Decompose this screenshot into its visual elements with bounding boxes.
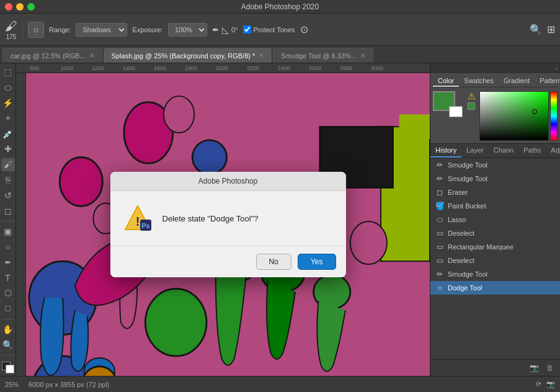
background-color[interactable] <box>449 106 463 117</box>
panel-collapse-bar[interactable]: › <box>430 63 560 73</box>
brush-preview[interactable]: ○ <box>28 22 44 38</box>
workspace-icon[interactable]: ⊞ <box>547 24 555 35</box>
close-button[interactable] <box>5 3 12 11</box>
left-tool-crop[interactable]: ⌖ <box>1 112 15 125</box>
history-snapshot-btn[interactable]: 📷 <box>528 362 540 373</box>
history-item-2[interactable]: ◻ Eraser <box>430 185 560 199</box>
left-tool-marquee[interactable]: ⬚ <box>1 66 15 79</box>
ruler-tick-1400: 1400 <box>122 65 153 71</box>
protect-tones-checkbox[interactable] <box>243 25 251 33</box>
deselect-icon-1: ▭ <box>435 256 444 265</box>
tab-splash-label: Splash.jpg @ 25% (Background copy, RGB/8… <box>112 52 256 60</box>
left-tool-eyedropper[interactable]: 💉 <box>1 127 15 140</box>
ruler-tick-1800: 1800 <box>184 65 215 71</box>
canvas-area: 800 1000 1200 1400 1600 1800 2000 2200 2… <box>16 63 430 376</box>
ruler-tick-1200: 1200 <box>91 65 122 71</box>
protect-tones-label[interactable]: Protect Tones <box>243 25 295 33</box>
tab-smudge[interactable]: Smudge Tool @ 8.33%... ✕ <box>273 48 373 63</box>
tab-smudge-close[interactable]: ✕ <box>360 52 365 59</box>
dialog-buttons: No Yes <box>110 246 346 277</box>
tab-car-label: car.jpg @ 12.5% (RGB... <box>11 52 86 60</box>
marquee-icon: ▭ <box>435 243 444 251</box>
left-tool-gradient[interactable]: ▣ <box>1 225 15 238</box>
color-gradient-picker[interactable] <box>479 91 549 141</box>
left-tool-magic[interactable]: ⚡ <box>1 97 15 110</box>
history-item-7[interactable]: ▭ Deselect <box>430 254 560 267</box>
ruler-tick-2600: 2600 <box>308 65 339 71</box>
left-tool-pen[interactable]: ✒ <box>1 256 15 269</box>
history-list[interactable]: ✏ Smudge Tool ✏ Smudge Tool ◻ Eraser 🪣 P… <box>430 158 560 359</box>
dialog-no-button[interactable]: No <box>256 254 291 270</box>
swatches-tab[interactable]: Swatches <box>459 76 499 87</box>
canvas-content[interactable]: Adobe Photoshop ! Ps Delete stat <box>26 73 430 376</box>
patterns-tab[interactable]: Patterns <box>535 76 560 87</box>
fg-bg-colors[interactable] <box>2 362 14 373</box>
color-picker[interactable] <box>479 91 558 141</box>
maximize-button[interactable] <box>27 3 35 11</box>
color-tab[interactable]: Color <box>433 76 459 87</box>
ruler-ticks: 800 1000 1200 1400 1600 1800 2000 2200 2… <box>29 63 430 73</box>
left-tool-zoom[interactable]: 🔍 <box>1 338 15 351</box>
history-tab-adju[interactable]: Adju <box>546 144 560 158</box>
bg-color-swatch[interactable] <box>6 365 14 373</box>
left-tool-healing[interactable]: ✚ <box>1 143 15 156</box>
gradient-tab[interactable]: Gradient <box>499 76 535 87</box>
main-layout: ⬚ ⬭ ⚡ ⌖ 💉 ✚ 🖌 ⎘ ↺ ◻ ▣ ○ ✒ T ⬡ □ ✋ 🔍 800 … <box>0 63 560 376</box>
exposure-select[interactable]: 100% <box>168 23 207 37</box>
left-tool-lasso[interactable]: ⬭ <box>1 81 15 94</box>
color-panel-tabs: Color Swatches Gradient Patterns ≡ <box>433 76 558 87</box>
brush-size-control[interactable]: 🖌 175 <box>5 19 17 40</box>
history-tab-chann[interactable]: Chann <box>489 144 518 158</box>
history-item-9[interactable]: ○ Dodge Tool <box>430 281 560 295</box>
color-indicators: ⚠ <box>468 91 476 110</box>
color-indicator[interactable] <box>468 102 475 110</box>
brush-size-value: 175 <box>6 33 17 40</box>
search-icon[interactable]: 🔍 <box>530 24 542 35</box>
history-item-4[interactable]: ⬭ Lasso <box>430 213 560 226</box>
left-tool-hand[interactable]: ✋ <box>1 323 15 336</box>
history-item-6[interactable]: ▭ Rectangular Marquee <box>430 240 560 254</box>
range-select[interactable]: Shadows Midtones Highlights <box>76 23 127 37</box>
left-tool-brush[interactable]: 🖌 <box>1 158 15 171</box>
left-toolbar: ⬚ ⬭ ⚡ ⌖ 💉 ✚ 🖌 ⎘ ↺ ◻ ▣ ○ ✒ T ⬡ □ ✋ 🔍 <box>0 63 16 376</box>
history-item-3[interactable]: 🪣 Paint Bucket <box>430 199 560 213</box>
history-item-0[interactable]: ✏ Smudge Tool <box>430 158 560 172</box>
tab-splash-close[interactable]: ✕ <box>259 52 264 59</box>
tab-splash[interactable]: Splash.jpg @ 25% (Background copy, RGB/8… <box>104 48 272 63</box>
left-tool-path[interactable]: ⬡ <box>1 287 15 300</box>
dialog-yes-button[interactable]: Yes <box>298 254 336 270</box>
tab-car[interactable]: car.jpg @ 12.5% (RGB... ✕ <box>2 48 102 63</box>
history-item-label-6: Rectangular Marquee <box>448 243 513 251</box>
tabs-bar: car.jpg @ 12.5% (RGB... ✕ Splash.jpg @ 2… <box>0 46 560 63</box>
history-item-label-4: Lasso <box>448 216 466 223</box>
left-tool-history-brush[interactable]: ↺ <box>1 189 15 202</box>
left-tool-text[interactable]: T <box>1 271 15 284</box>
left-tool-eraser[interactable]: ◻ <box>1 204 15 217</box>
history-status-icon: ⟳ <box>536 380 541 388</box>
separator <box>22 20 23 39</box>
left-tool-dodge[interactable]: ○ <box>1 241 15 254</box>
hue-slider[interactable] <box>550 91 558 141</box>
minimize-button[interactable] <box>16 3 24 11</box>
status-bar: 25% 6000 px x 3855 px (72 ppl) ⟳ 📷 <box>0 376 560 392</box>
canvas-image[interactable]: Adobe Photoshop ! Ps Delete stat <box>26 73 430 376</box>
left-tool-clone[interactable]: ⎘ <box>1 174 15 187</box>
history-tab-paths[interactable]: Paths <box>518 144 546 158</box>
left-tool-shape[interactable]: □ <box>1 302 15 315</box>
history-delete-btn[interactable]: 🗑 <box>545 362 555 373</box>
history-item-label-8: Smudge Tool <box>448 270 487 278</box>
ruler-horizontal: 800 1000 1200 1400 1600 1800 2000 2200 2… <box>16 63 430 73</box>
range-label: Range: <box>49 26 71 33</box>
tab-car-close[interactable]: ✕ <box>89 52 94 59</box>
history-item-5[interactable]: ▭ Deselect <box>430 226 560 240</box>
dialog-body: ! Ps Delete state "Dodge Tool"? <box>110 191 346 246</box>
status-right: ⟳ 📷 <box>536 380 555 388</box>
history-tab-layer[interactable]: Layer <box>461 144 489 158</box>
titlebar: Adobe Photoshop 2020 <box>0 0 560 14</box>
history-item-8[interactable]: ✏ Smudge Tool <box>430 267 560 281</box>
dialog-message: Delete state "Dodge Tool"? <box>162 214 259 223</box>
history-tab-history[interactable]: History <box>430 144 461 158</box>
target-icon[interactable]: ⊙ <box>300 24 308 35</box>
ruler-tick-1600: 1600 <box>153 65 184 71</box>
history-item-1[interactable]: ✏ Smudge Tool <box>430 172 560 185</box>
